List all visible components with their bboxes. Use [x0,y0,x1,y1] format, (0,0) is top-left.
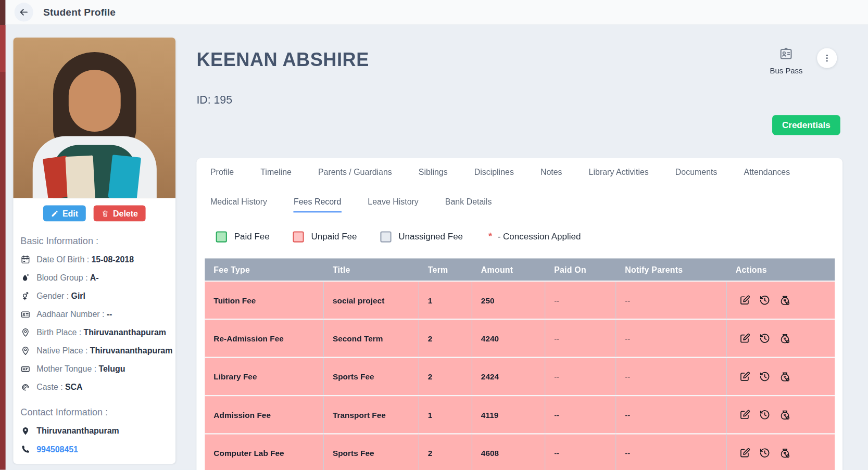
tab-parents-guardians[interactable]: Parents / Guardians [318,167,393,183]
info-row-birth-place: Birth Place :Thiruvananthapuram [20,327,168,338]
student-profile-page: Student Profile Edit Delete Basic Inform… [0,0,868,470]
fees-table-header: Fee Type Title Term Amount Paid On Notif… [205,258,835,281]
edit-fee-icon[interactable] [739,371,750,382]
tab-siblings[interactable]: Siblings [418,167,448,183]
location-pin-icon [20,346,30,355]
fee-amount-cell: 2424 [472,358,545,395]
fee-paid-on-cell: -- [545,320,616,357]
phone-number-link[interactable]: 994508451 [36,444,78,454]
fee-notify-parents-cell: -- [616,358,727,395]
gender-icon [20,291,30,301]
fee-title-cell: Transport Fee [324,396,419,433]
tab-bank-details[interactable]: Bank Details [445,197,493,212]
tab-leave-history[interactable]: Leave History [367,197,419,212]
fee-row-unpaid: Tuition Fee social project 1 250 -- -- [205,281,835,319]
fee-history-icon[interactable] [759,295,771,306]
fee-actions-cell [727,282,835,319]
tab-attendances[interactable]: Attendances [743,167,790,183]
photo-actions: Edit Delete [14,205,175,221]
tab-disciplines[interactable]: Disciplines [474,167,514,183]
edit-fee-icon[interactable] [739,409,750,421]
info-value: A- [90,273,99,282]
fee-amount-cell: 4119 [472,396,545,433]
info-label: Aadhaar Number : [36,309,104,319]
fee-paid-on-cell: -- [545,435,616,470]
column-header-title: Title [324,265,419,274]
student-summary-card: Edit Delete Basic Information : Date Of … [14,37,175,464]
fee-term-cell: 2 [419,320,472,357]
info-value: Thiruvananthapuram [90,346,173,355]
fee-history-icon[interactable] [759,447,771,459]
column-header-actions: Actions [727,265,835,274]
column-header-fee-type: Fee Type [205,265,324,274]
fee-term-cell: 2 [419,435,472,470]
info-label: Gender : [36,291,69,300]
contact-address: Thiruvananthapuram [36,426,119,436]
info-label: Birth Place : [36,327,81,337]
bus-pass-button[interactable]: Bus Pass [770,46,803,75]
pay-fee-icon[interactable] [779,371,791,383]
info-label: Mother Tongue : [36,364,96,374]
fee-type-cell: Computer Lab Fee [205,435,324,470]
id-card-icon [20,309,30,319]
edit-button-label: Edit [62,209,78,218]
column-header-term: Term [419,265,472,274]
trash-icon [102,209,109,217]
fee-notify-parents-cell: -- [616,435,727,470]
photo-face-shape [68,70,120,132]
info-row-aadhaar: Aadhaar Number :-- [20,309,168,320]
edit-fee-icon[interactable] [739,295,750,306]
pay-fee-icon[interactable] [779,294,791,306]
location-pin-filled-icon [20,426,30,436]
tab-documents[interactable]: Documents [675,167,718,183]
student-photo [14,37,175,198]
tab-medical-history[interactable]: Medical History [210,197,268,212]
unassigned-fee-label: Unassigned Fee [398,232,463,242]
fee-notify-parents-cell: -- [616,396,727,433]
back-button[interactable] [15,3,33,21]
unpaid-fee-label: Unpaid Fee [311,232,357,242]
bus-pass-label: Bus Pass [770,67,803,75]
top-bar: Student Profile [6,0,868,25]
concession-asterisk: * [488,231,492,242]
student-id: ID: 195 [196,94,842,106]
unpaid-fee-swatch [293,231,304,242]
profile-tabs-card: Profile Timeline Parents / Guardians Sib… [196,158,842,470]
kebab-menu-icon [822,53,833,63]
tab-profile[interactable]: Profile [210,167,234,183]
fee-title-cell: Sports Fee [324,358,419,395]
tab-notes[interactable]: Notes [540,167,563,183]
info-row-gender: Gender :Girl [20,290,168,301]
fee-history-icon[interactable] [759,333,771,344]
caste-icon [20,383,30,392]
tab-library-activities[interactable]: Library Activities [588,167,649,183]
tab-bar: Profile Timeline Parents / Guardians Sib… [196,158,842,212]
pay-fee-icon[interactable] [779,447,791,459]
credentials-button[interactable]: Credentials [772,115,840,135]
pay-fee-icon[interactable] [779,332,791,344]
fee-actions-cell [727,320,835,357]
edit-fee-icon[interactable] [739,333,750,344]
bus-pass-badge-icon [778,46,794,61]
fee-actions-cell [727,358,835,395]
fee-history-icon[interactable] [759,409,771,421]
header-actions: Bus Pass [770,46,837,75]
tab-fees-record[interactable]: Fees Record [293,197,342,212]
delete-student-button[interactable]: Delete [94,205,146,221]
tab-timeline[interactable]: Timeline [260,167,292,183]
more-options-button[interactable] [817,48,837,68]
fee-notify-parents-cell: -- [616,320,727,357]
edit-fee-icon[interactable] [739,447,750,459]
contact-row-address: Thiruvananthapuram [20,426,168,437]
info-row-mother-tongue: Mother Tongue :Telugu [20,363,168,374]
paid-fee-swatch [216,231,227,242]
info-value: Telugu [98,364,125,374]
fee-history-icon[interactable] [759,371,771,382]
blood-drop-icon [20,273,30,283]
info-value: Thiruvananthapuram [83,327,166,337]
fee-title-cell: Sports Fee [324,435,419,470]
concession-label: - Concession Applied [498,232,581,242]
pay-fee-icon[interactable] [779,409,791,421]
fee-row-unpaid: Re-Admission Fee Second Term 2 4240 -- -… [205,319,835,357]
edit-student-button[interactable]: Edit [43,205,86,221]
